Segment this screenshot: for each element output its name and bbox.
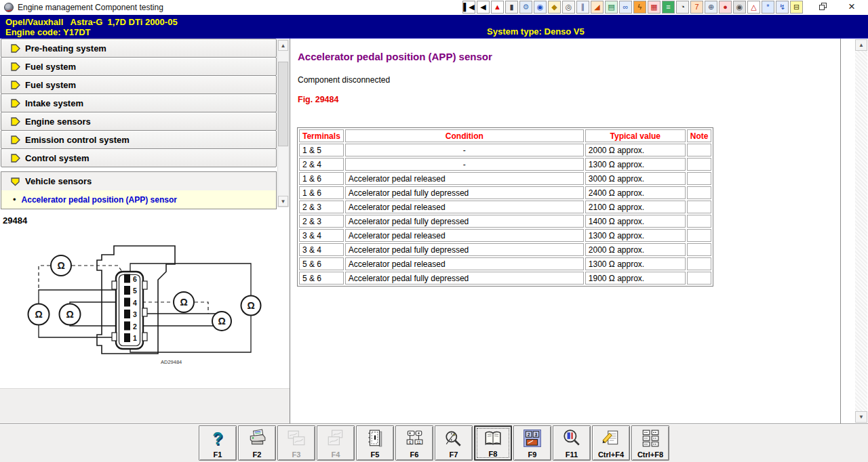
table-cell [687,229,712,242]
engine-icon[interactable]: ◉ [534,1,547,14]
table-cell: Accelerator pedal fully depressed [345,272,584,285]
svg-text:Ω: Ω [247,300,254,311]
notes-button[interactable]: Ctrl+F4 [592,425,630,461]
sidebar-group-vehicle-sensors: Vehicle sensors • Accelerator pedal posi… [1,171,277,209]
table-row: 2 & 3Accelerator pedal fully depressed14… [299,215,711,228]
copier-icon[interactable]: ≡ [662,1,675,14]
main-scrollbar[interactable]: ▲ ▼ [855,39,867,423]
towing-icon[interactable]: ∞ [619,1,632,14]
table-cell: 2 & 3 [299,201,344,213]
notes-pencil-icon [601,428,621,448]
table-cell: 2 & 4 [299,158,344,171]
sidebar-item-vehicle-sensors[interactable]: Vehicle sensors [1,172,276,190]
timing-data-icon[interactable]: 7 [690,1,703,14]
test-condition-note: Component disconnected [298,75,390,85]
sidebar-scroll-thumb[interactable] [278,62,288,146]
scroll-down-icon[interactable]: ▼ [278,196,288,207]
sidebar-item[interactable]: Intake system [1,93,277,112]
timing-belt-icon[interactable]: ◔ [676,1,689,14]
sidebar-item[interactable]: Pre-heating system [1,39,277,58]
component-pinout-button[interactable]: F5 [356,425,394,461]
title-bar: Engine management Component testing ▌◀◀▲… [0,0,868,15]
manual-book-icon [483,429,503,449]
scroll-up-icon[interactable]: ▲ [278,40,288,51]
function-key-toolbar: ? F1 F2 [0,423,868,462]
table-cell: Accelerator pedal released [345,172,584,185]
table-row: 3 & 4Accelerator pedal fully depressed20… [299,243,711,256]
svg-text:11: 11 [416,440,420,444]
app-logo-icon [4,3,14,12]
locate-magnifier-icon [443,428,464,448]
sidebar-item[interactable]: Engine sensors [1,112,277,131]
table-cell: Accelerator pedal fully depressed [345,215,584,228]
page-title: Accelerator pedal position (APP) sensor [298,51,492,62]
expand-arrow-icon [9,43,21,54]
figure-code: AD29484 [161,359,182,365]
scroll-up-icon[interactable]: ▲ [855,39,867,51]
suspension-icon[interactable]: ∥ [576,1,589,14]
vehicle-lift-icon[interactable]: ▤ [605,1,618,14]
print-button[interactable]: F2 [238,425,276,461]
svg-text:3: 3 [534,432,537,437]
table-cell [687,172,712,185]
fuel-injection-icon[interactable]: ⊕ [705,1,717,14]
expand-arrow-icon [9,116,21,127]
pin-number: 6 [133,275,137,283]
search-special-button[interactable]: F11 [553,425,591,461]
go-back-icon[interactable]: ◀ [477,1,490,14]
electrics-icon[interactable]: ↯ [776,1,789,14]
svg-text:3: 3 [133,310,137,318]
pictures-icon [286,428,307,448]
table-cell [687,201,712,213]
top-icon-toolbar: ▌◀◀▲▮⚙◉◆◎∥◢▤∞ϟ▦≡◔7⊕●◉△*↯⊟ [462,1,803,14]
engine-management-icon[interactable]: ▦ [648,1,660,14]
sidebar-scrollbar[interactable]: ▲ ▼ [277,39,289,207]
restore-window-button[interactable] [817,2,829,13]
svg-text:2: 2 [528,432,530,437]
table-cell: Accelerator pedal released [345,201,584,213]
svg-text:Ω: Ω [218,316,225,327]
ohmmeter-icons: Ω Ω Ω Ω Ω Ω [28,255,261,331]
locate-component-button[interactable]: F7 [435,425,473,461]
airbag-icon[interactable]: ● [719,1,732,14]
close-window-button[interactable]: × [845,0,859,14]
service-indicator-icon[interactable]: ◆ [548,1,561,14]
table-cell [687,144,712,156]
abs-icon[interactable]: ◉ [733,1,746,14]
test-list-button[interactable]: Ctrl+F8 [631,425,669,461]
window-title: Engine management Component testing [18,3,163,12]
table-cell: 2000 Ω approx. [585,144,686,156]
table-body: 1 & 5-2000 Ω approx.2 & 4-1300 Ω approx.… [299,144,711,285]
column-header: Condition [345,129,584,142]
wheel-alignment-icon[interactable]: ◢ [591,1,604,14]
technical-data-icon[interactable]: ▮ [505,1,518,14]
manual-book-button[interactable]: F8 [474,425,512,461]
mot-test-icon[interactable]: △ [747,1,760,14]
system-type: System type: Denso V5 [487,26,585,37]
table-row: 1 & 5-2000 Ω approx. [299,144,711,156]
table-cell: 1300 Ω approx. [585,257,686,270]
sidebar-item[interactable]: Control system [1,148,277,167]
go-first-icon[interactable]: ▌◀ [462,1,475,14]
table-cell: - [345,144,584,156]
scroll-down-icon[interactable]: ▼ [855,411,867,423]
sidebar-item[interactable]: Emission control system [1,130,277,149]
spark-plug-icon[interactable]: ϟ [633,1,646,14]
table-header-row: TerminalsConditionTypical valueNote [299,129,711,142]
help-button[interactable]: ? F1 [199,425,237,461]
component-location-button[interactable]: 2 3 F9 [513,425,551,461]
warning-icon[interactable]: ▲ [491,1,504,14]
wheels-tyres-icon[interactable]: ◎ [562,1,575,14]
svg-text:Ω: Ω [57,260,64,271]
print-icon [247,428,267,448]
table-row: 3 & 4Accelerator pedal released1300 Ω ap… [299,229,711,242]
battery-icon[interactable]: ⊟ [790,1,803,14]
connector-views-button[interactable]: 6 11 F6 [395,425,433,461]
table-cell: 2100 Ω approx. [585,201,686,213]
sidebar-item[interactable]: Fuel system [1,75,277,94]
sidebar-item[interactable]: Fuel system [1,57,277,76]
svg-text:5: 5 [133,287,137,295]
air-conditioning-icon[interactable]: * [762,1,774,14]
repair-tools-icon[interactable]: ⚙ [519,1,532,14]
sidebar-subitem-app-sensor[interactable]: • Accelerator pedal position (APP) senso… [1,190,276,209]
